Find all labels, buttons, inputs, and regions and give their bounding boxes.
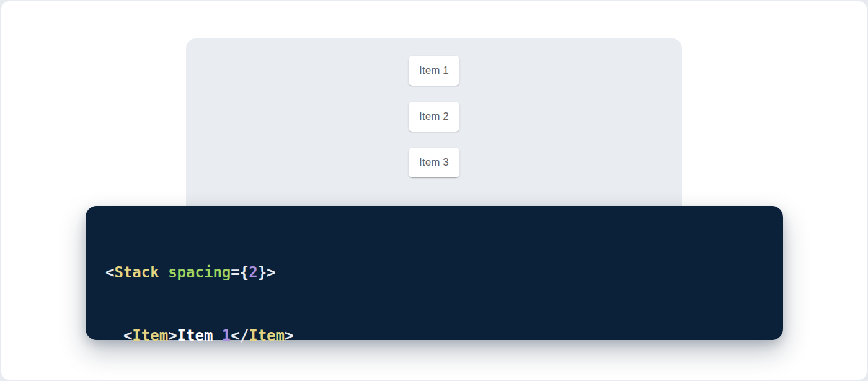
stack-item-3: Item 3 [409,148,459,177]
code-token: Item [249,327,285,344]
code-line: <Item>Item 1</Item> [105,325,763,346]
code-token: 1 [222,327,231,344]
code-token: > [285,327,293,344]
code-token: </ [231,327,249,344]
code-token: < [105,264,114,281]
code-token [159,264,168,281]
stack-item-2: Item 2 [409,102,459,132]
code-snippet: <Stack spacing={2}> <Item>Item 1</Item> … [105,220,763,381]
code-block: <Stack spacing={2}> <Item>Item 1</Item> … [86,206,783,340]
stack-item-1-label: Item 1 [419,65,449,77]
code-token: = [231,264,239,281]
stack-item-3-label: Item 3 [419,156,449,169]
code-token: 2 [249,264,257,281]
code-token: { [240,264,249,281]
code-line: <Stack spacing={2}> [105,262,763,283]
stack-demo-panel: Item 1 Item 2 Item 3 [186,38,682,225]
code-token [105,327,123,344]
code-token: Item [177,327,222,344]
stack-item-1: Item 1 [409,56,459,86]
stack-item-2-label: Item 2 [419,110,449,123]
code-token: < [123,327,132,344]
code-token: Stack [114,264,159,281]
code-token: }> [258,264,276,281]
code-token: > [168,327,177,344]
code-token: spacing [168,264,231,281]
code-token: Item [132,327,168,344]
